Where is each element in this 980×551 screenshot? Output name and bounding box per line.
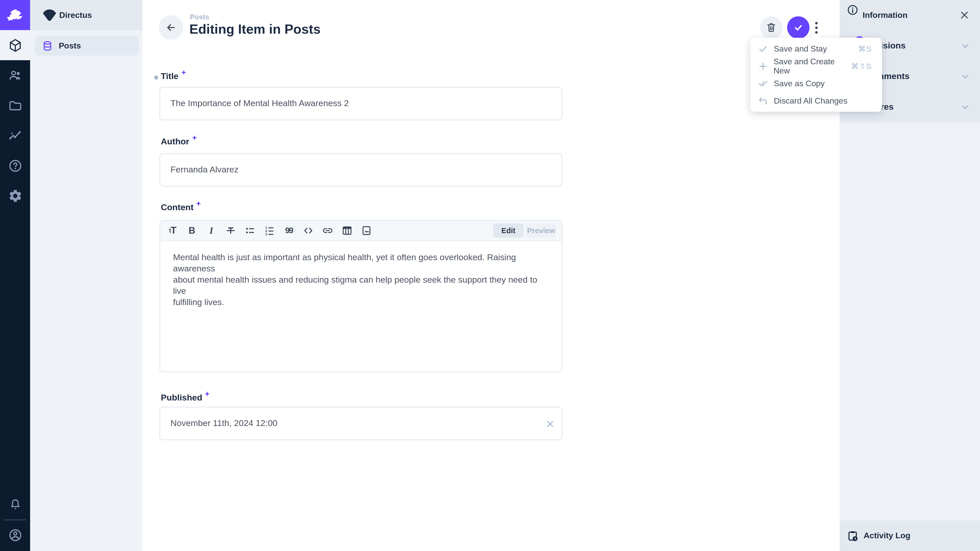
module-files[interactable] [0, 90, 30, 121]
directus-app: Directus Posts Posts Editing Item in [0, 0, 980, 551]
editor-tabs: Edit Preview [493, 224, 556, 238]
content-textarea[interactable]: Mental health is just as important as ph… [160, 241, 562, 308]
required-star-icon [181, 70, 186, 75]
arrow-left-icon [165, 22, 177, 33]
nav-item-posts[interactable]: Posts [35, 36, 139, 56]
clear-date-button[interactable] [544, 418, 556, 430]
people-icon [8, 68, 22, 83]
shortcut-hint: ⌘S [858, 44, 872, 54]
chevron-down-icon [959, 71, 971, 82]
gear-icon [8, 189, 22, 203]
info-icon [847, 4, 859, 16]
more-vert-icon [815, 22, 818, 24]
bulleted-list-icon[interactable] [244, 224, 256, 237]
svg-text:3: 3 [266, 232, 267, 236]
menu-item-save-as-copy[interactable]: Save as Copy [750, 75, 882, 92]
check-icon [792, 21, 804, 34]
project-name: Directus [59, 11, 92, 20]
nav-sidebar: Directus Posts [30, 0, 142, 551]
author-input[interactable]: Fernanda Alvarez [159, 153, 563, 187]
back-button[interactable] [159, 15, 183, 40]
required-star-icon [205, 391, 210, 396]
insights-icon [8, 128, 22, 143]
database-icon [42, 40, 53, 51]
folder-icon [8, 98, 22, 113]
account-button[interactable] [0, 520, 30, 550]
blockquote-icon[interactable]: 99 [283, 224, 295, 237]
box-icon [8, 38, 22, 52]
published-input[interactable]: November 11th, 2024 12:00 [159, 407, 563, 440]
main-content: Posts Editing Item in Posts [142, 0, 840, 551]
title-field-label: Title [161, 71, 186, 82]
activity-log-icon [847, 530, 859, 542]
activity-log-button[interactable]: Activity Log [840, 520, 980, 551]
page-title: Editing Item in Posts [189, 21, 321, 37]
project-wedge-icon [41, 9, 58, 22]
module-insights[interactable] [0, 121, 30, 151]
published-field-label: Published [161, 393, 210, 403]
menu-item-discard-all-changes[interactable]: Discard All Changes [750, 92, 882, 110]
module-help[interactable] [0, 151, 30, 181]
title-input[interactable]: The Importance of Mental Health Awarenes… [159, 87, 563, 121]
help-icon [8, 159, 22, 173]
code-icon[interactable] [302, 224, 314, 237]
more-options-button[interactable] [810, 21, 822, 34]
delete-button[interactable] [760, 16, 783, 39]
menu-item-save-and-stay[interactable]: Save and Stay ⌘S [750, 40, 882, 58]
notifications-button[interactable] [0, 489, 30, 519]
undo-icon [757, 96, 769, 106]
required-star-icon [192, 135, 197, 140]
chevron-down-icon [959, 102, 971, 113]
tab-preview[interactable]: Preview [526, 224, 556, 238]
required-star-icon [196, 201, 201, 206]
menu-item-save-and-create-new[interactable]: Save and Create New ⌘⇧S [750, 58, 882, 75]
nav-item-label: Posts [59, 41, 81, 50]
field-edited-dot [154, 76, 158, 79]
directus-logo[interactable] [0, 0, 30, 30]
bold-icon[interactable]: B [186, 224, 198, 237]
content-field-label: Content [161, 203, 201, 213]
plus-icon [757, 61, 768, 71]
bell-icon [8, 498, 22, 511]
module-settings[interactable] [0, 181, 30, 211]
italic-icon[interactable]: I [205, 224, 218, 237]
strikethrough-icon[interactable] [224, 224, 237, 237]
trash-icon [765, 22, 777, 33]
link-icon[interactable] [321, 224, 334, 237]
check-icon [757, 44, 769, 54]
breadcrumb[interactable]: Posts [190, 13, 209, 21]
rabbit-logo-icon [5, 5, 25, 25]
avatar-icon [8, 528, 22, 542]
module-bar [0, 0, 30, 551]
markdown-editor: tT B I [159, 220, 563, 372]
numbered-list-icon[interactable]: 1 2 3 [263, 224, 275, 237]
format-size-icon[interactable]: tT [166, 224, 179, 237]
project-header[interactable]: Directus [30, 0, 142, 30]
double-check-icon [757, 79, 769, 89]
activity-log-label: Activity Log [864, 531, 910, 540]
tab-edit[interactable]: Edit [493, 224, 524, 238]
close-sidebar-icon[interactable] [959, 10, 970, 21]
shortcut-hint: ⌘⇧S [851, 62, 872, 71]
chevron-down-icon [959, 40, 971, 52]
image-icon[interactable] [360, 224, 372, 237]
editor-toolbar: tT B I [160, 221, 562, 241]
module-users[interactable] [0, 60, 30, 90]
sidebar-section-label: Information [862, 11, 907, 20]
module-content[interactable] [0, 30, 30, 60]
save-options-menu: Save and Stay ⌘S Save and Create New ⌘⇧S… [750, 38, 882, 112]
table-icon[interactable] [341, 224, 353, 237]
author-field-label: Author [161, 137, 197, 147]
save-button[interactable] [787, 16, 810, 39]
